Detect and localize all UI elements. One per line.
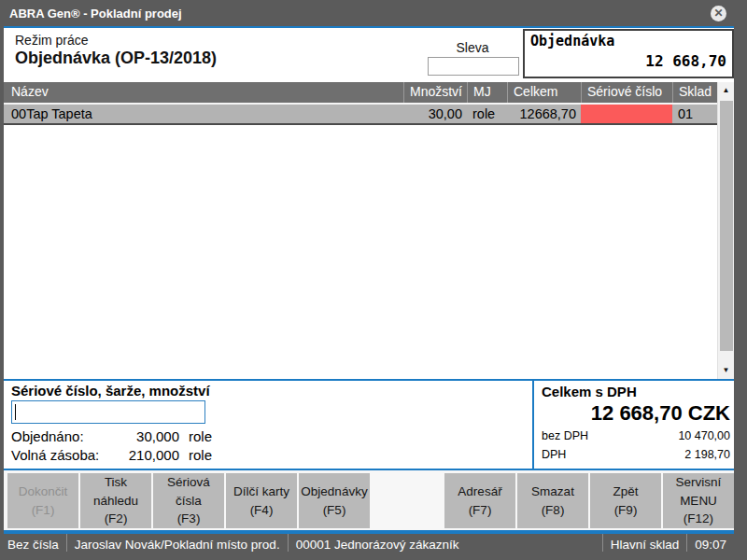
free-stock-unit: role [189,446,212,465]
delete-button[interactable]: Smazat (F8) [517,473,588,528]
work-mode: Režim práce Objednávka (OP-13/2018) [15,33,217,68]
back-button[interactable]: Zpět (F9) [590,473,661,528]
status-time: 09:07 [686,534,734,552]
totals-panel: Celkem s DPH 12 668,70 CZK bez DPH 10 47… [532,381,734,469]
vertical-scrollbar[interactable]: ▲ ▼ [717,82,734,379]
without-vat-value: 10 470,00 [678,427,730,444]
discount-label: Sleva [426,40,519,55]
close-icon[interactable]: ✕ [711,6,726,21]
function-button-bar: Dokončit (F1) Tisk náhledu (F2) Sériová … [4,470,734,532]
display-doc-type: Objednávka [530,33,726,49]
finish-button[interactable]: Dokončit (F1) [7,473,78,528]
serial-entry: Sériové číslo, šarže, množství Objednáno… [11,383,212,465]
serial-entry-label: Sériové číslo, šarže, množství [11,383,212,399]
titlebar: ABRA Gen® - Pokladní prodej ✕ [0,0,747,26]
service-menu-button[interactable]: Servisní MENU (F12) [663,473,734,528]
customer-display: Objednávka 12 668,70 [523,29,734,78]
ordered-qty: 30,000 [114,427,179,446]
discount-input[interactable] [428,57,519,76]
cell-sklad: 01 [672,105,717,123]
status-user-pos: Jaroslav Novák/Pokladní místo prod. [66,534,288,552]
address-book-button[interactable]: Adresář (F7) [444,473,515,528]
free-stock-row: Volná zásoba: 210,000 role [11,446,212,465]
stock-info: Objednáno: 30,000 role Volná zásoba: 210… [11,427,212,465]
work-mode-label: Režim práce [15,33,217,48]
column-header-sklad: Sklad [672,82,717,103]
status-customer: 00001 Jednorázový zákazník [288,534,602,552]
cell-mnozstvi: 30,00 [403,105,467,123]
column-header-celkem: Celkem [507,82,581,103]
scroll-up-icon[interactable]: ▲ [718,82,734,99]
detail-panel: Sériové číslo, šarže, množství Objednáno… [4,379,734,470]
status-warehouse: Hlavní sklad [602,534,687,552]
vat-row: DPH 2 198,70 [542,446,730,463]
print-preview-button[interactable]: Tisk náhledu (F2) [80,473,151,528]
totals-title: Celkem s DPH [542,384,730,399]
grand-total: 12 668,70 CZK [542,401,730,426]
column-header-mj: MJ [467,82,507,103]
ordered-row: Objednáno: 30,000 role [11,427,212,446]
vat-value: 2 198,70 [684,446,730,463]
column-header-mnozstvi: Množství [403,82,467,103]
free-stock-label: Volná zásoba: [11,446,105,465]
statusbar: Bez čísla Jaroslav Novák/Pokladní místo … [4,532,734,560]
scroll-down-icon[interactable]: ▼ [718,362,734,379]
column-header-nazev: Název [4,82,403,103]
ordered-label: Objednáno: [11,427,105,446]
without-vat-label: bez DPH [542,427,588,444]
items-table: Název Množství MJ Celkem Sériové číslo S… [4,82,734,379]
orders-button[interactable]: Objednávky (F5) [299,473,370,528]
total-without-vat-row: bez DPH 10 470,00 [542,427,730,444]
status-document-number: Bez čísla [4,534,66,552]
display-amount: 12 668,70 [530,52,726,70]
text-caret [15,404,16,420]
sub-cards-button[interactable]: Dílčí karty (F4) [226,473,297,528]
cell-celkem: 12668,70 [507,105,581,123]
work-mode-value: Objednávka (OP-13/2018) [15,49,217,68]
pos-window: ABRA Gen® - Pokladní prodej ✕ Režim prác… [0,0,747,560]
free-stock-qty: 210,000 [114,446,179,465]
cell-seriove-cislo-missing [581,105,672,123]
scrollbar-thumb[interactable] [720,101,733,351]
serial-numbers-button[interactable]: Sériová čísla (F3) [153,473,224,528]
ordered-unit: role [189,427,212,446]
table-header: Název Množství MJ Celkem Sériové číslo S… [4,82,734,103]
cell-nazev: 00Tap Tapeta [4,105,403,123]
table-row[interactable]: 00Tap Tapeta 30,00 role 12668,70 01 [4,103,734,125]
work-mode-panel: Režim práce Objednávka (OP-13/2018) Slev… [4,26,734,82]
column-header-seriove-cislo: Sériové číslo [581,82,672,103]
serial-entry-input[interactable] [11,400,205,424]
window-title: ABRA Gen® - Pokladní prodej [0,0,747,21]
cell-mj: role [467,105,507,123]
vat-label: DPH [542,446,566,463]
button-spacer [372,473,443,528]
